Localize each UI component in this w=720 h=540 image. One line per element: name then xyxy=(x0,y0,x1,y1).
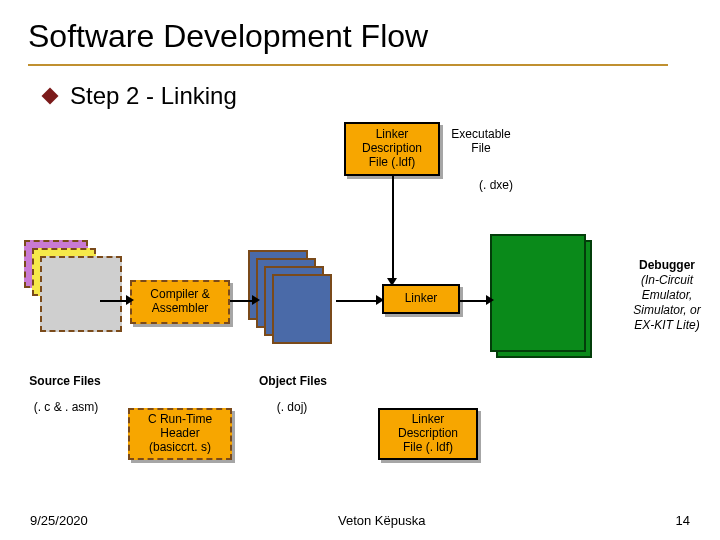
bullet-row: Step 2 - Linking xyxy=(44,82,237,110)
linker-box: Linker xyxy=(382,284,460,314)
compiler-l2: Assembler xyxy=(152,302,209,316)
object-files-caption: Object Files xyxy=(248,374,338,388)
object-stack xyxy=(248,250,348,350)
arrowhead-compiler-to-obj xyxy=(252,295,260,305)
arrowhead-ldf-to-linker xyxy=(387,278,397,286)
compiler-assembler-box: Compiler & Assembler xyxy=(130,280,230,324)
footer-page: 14 xyxy=(676,513,690,528)
ldf-bottom-box: Linker Description File (. ldf) xyxy=(378,408,478,460)
debugger-heading: Debugger xyxy=(622,258,712,273)
executable-stack xyxy=(490,234,600,364)
linker-label: Linker xyxy=(405,292,438,306)
ldf-top-l1: Linker xyxy=(376,128,409,142)
arrow-obj-to-linker xyxy=(336,300,378,302)
arrowhead-obj-to-linker xyxy=(376,295,384,305)
crt-l2: Header xyxy=(160,427,199,441)
source-files-caption: Source Files xyxy=(20,374,110,388)
crt-l1: C Run-Time xyxy=(148,413,212,427)
arrowhead-linker-to-exe xyxy=(486,295,494,305)
ldf-top-box: Linker Description File (.ldf) xyxy=(344,122,440,176)
footer-author: Veton Këpuska xyxy=(338,513,425,528)
source-ext-caption: (. c & . asm) xyxy=(20,400,112,414)
ldf-bot-l3: File (. ldf) xyxy=(403,441,453,455)
compiler-l1: Compiler & xyxy=(150,288,209,302)
ldf-bot-l2: Description xyxy=(398,427,458,441)
executable-label: Executable File xyxy=(442,127,520,156)
ldf-top-l3: File (.ldf) xyxy=(369,156,416,170)
arrowhead-src-to-compiler xyxy=(126,295,134,305)
title-underline xyxy=(28,64,668,66)
diamond-icon xyxy=(42,88,59,105)
bullet-text: Step 2 - Linking xyxy=(70,82,237,110)
arrow-linker-to-exe xyxy=(460,300,488,302)
exe-l1: Executable xyxy=(451,127,510,141)
source-stack xyxy=(24,258,124,358)
crt-box: C Run-Time Header (basiccrt. s) xyxy=(128,408,232,460)
object-ext-caption: (. doj) xyxy=(262,400,322,414)
exe-l2: File xyxy=(471,141,490,155)
debugger-label: Debugger (In-Circuit Emulator, Simulator… xyxy=(622,258,712,333)
footer-date: 9/25/2020 xyxy=(30,513,88,528)
ldf-top-l2: Description xyxy=(362,142,422,156)
exe-ext: (. dxe) xyxy=(466,178,526,192)
crt-l3: (basiccrt. s) xyxy=(149,441,211,455)
arrow-ldf-to-linker xyxy=(392,176,394,280)
footer: 9/25/2020 Veton Këpuska 14 xyxy=(0,513,720,528)
arrow-src-to-compiler xyxy=(100,300,128,302)
arrow-compiler-to-obj xyxy=(230,300,254,302)
ldf-bot-l1: Linker xyxy=(412,413,445,427)
debugger-sub: (In-Circuit Emulator, Simulator, or EX-K… xyxy=(622,273,712,333)
slide-title: Software Development Flow xyxy=(0,0,720,55)
